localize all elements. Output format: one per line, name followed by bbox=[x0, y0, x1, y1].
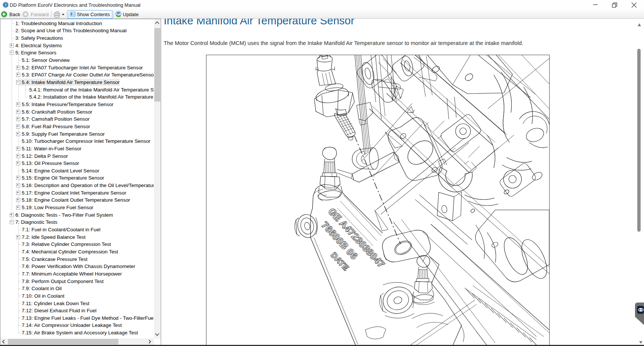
svg-text:?: ? bbox=[4, 3, 7, 7]
